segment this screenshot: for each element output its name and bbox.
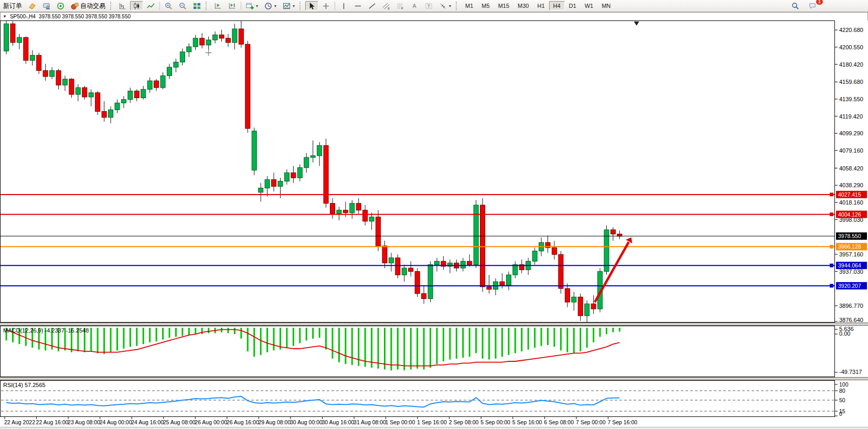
y-axis-label: 4159.680 (839, 79, 863, 85)
y-axis-label: 4139.550 (839, 96, 863, 102)
price-tag-label: 3920.207 (838, 283, 861, 289)
price-chart-pane[interactable]: 4220.6804200.5504180.4204159.6804139.550… (0, 20, 868, 323)
auto-scroll-icon (214, 2, 222, 10)
chart-quotes: 3978.550 3978.550 3978.550 3978.550 (39, 14, 131, 19)
chart-menu-icon[interactable]: ▼ (3, 14, 7, 19)
arrows-button[interactable]: ▾ (436, 1, 454, 10)
candle-body-up (284, 173, 289, 181)
period-button[interactable]: ▾ (262, 1, 279, 10)
crosshair-button[interactable] (319, 1, 333, 10)
vertical-line-icon (340, 2, 348, 10)
zoom-in-button[interactable] (162, 1, 175, 10)
x-axis-label: 1 Sep 00:00 (385, 419, 415, 425)
candle-body-down (24, 37, 28, 60)
zoom-out-button[interactable] (176, 1, 189, 10)
toolbar-separator (241, 2, 241, 10)
x-axis-label: 31 Aug 08:00 (353, 419, 386, 425)
candle (604, 226, 609, 275)
tile-windows-icon (193, 2, 201, 10)
channel-button[interactable]: E (380, 1, 393, 10)
tile-windows-button[interactable] (190, 1, 203, 10)
candle-body-down (291, 173, 296, 178)
tf-m5-button[interactable]: M5 (477, 1, 494, 10)
new-chart-button[interactable]: ▾ (243, 1, 261, 10)
auto-scroll-button[interactable] (211, 1, 224, 10)
candle (415, 268, 420, 297)
trendline-icon (368, 2, 376, 10)
candle-body-up (310, 156, 315, 157)
x-axis-label: 30 Aug 16:00 (322, 419, 355, 425)
equidistant-channel-icon: E (382, 2, 390, 10)
bar-chart-button[interactable] (116, 1, 129, 10)
time-axis-svg: 22 Aug 202222 Aug 16:0023 Aug 08:0024 Au… (0, 417, 868, 427)
text-label-button[interactable]: T (422, 1, 435, 10)
candle-body-down (382, 246, 387, 263)
candle-body-down (500, 282, 505, 285)
candle-body-up (532, 251, 537, 261)
candle-body-up (265, 179, 270, 188)
tf-m1-button[interactable]: M1 (461, 1, 477, 10)
y-axis-label: 3896.770 (839, 303, 863, 309)
candle-body-down (43, 71, 48, 77)
arrow-objects-icon (439, 2, 447, 10)
x-axis-label: 26 Aug 00:00 (195, 419, 227, 425)
candle-body-down (578, 297, 583, 316)
candlestick-chart-button[interactable] (130, 1, 143, 10)
candle-body-down (239, 29, 243, 44)
macd-label: MACD(12,26,9) -4.2337 -16.2548 (3, 327, 89, 334)
x-axis-label: 7 Sep 16:00 (607, 419, 637, 425)
candle-body-up (62, 79, 67, 85)
rsi-svg[interactable]: RSI(14) 57.25651008050150 (0, 380, 868, 417)
strategy-tester-button[interactable] (40, 1, 53, 10)
candle (559, 251, 563, 294)
candle (480, 198, 485, 292)
trading-terminal-window: 新订单 自动交易 (0, 0, 868, 429)
tf-h4-button[interactable]: H4 (549, 1, 565, 10)
candle (474, 200, 478, 268)
line-anchor (830, 264, 833, 267)
candle-body-down (245, 44, 250, 128)
macd-svg[interactable]: MACD(12,26,9) -4.2337 -16.25485.6360.00-… (0, 326, 868, 377)
text-button[interactable]: A (408, 1, 421, 10)
search-button[interactable] (789, 1, 802, 10)
candlestick-chart-icon (133, 2, 141, 10)
new-order-button[interactable]: 新订单 (1, 1, 25, 10)
candle (95, 91, 100, 115)
chart-window-title-bar[interactable]: ▼ SP500-,H4 3978.550 3978.550 3978.550 3… (0, 12, 868, 20)
chart-shift-button[interactable] (226, 1, 239, 10)
candle-body-up (187, 47, 191, 52)
market-watch-button[interactable] (26, 1, 39, 10)
search-icon (791, 2, 799, 10)
candle-body-up (585, 304, 590, 316)
time-axis[interactable]: 22 Aug 202222 Aug 16:0023 Aug 08:0024 Au… (0, 417, 868, 427)
tf-d1-button[interactable]: D1 (565, 1, 581, 10)
trendline-button[interactable] (366, 1, 379, 10)
horizontal-line-button[interactable] (351, 1, 365, 10)
tf-mn-button[interactable]: MN (597, 1, 615, 10)
tf-h1-button[interactable]: H1 (533, 1, 549, 10)
market-watch-icon (28, 2, 36, 10)
candle-body-down (272, 179, 276, 186)
candle-body-up (141, 89, 146, 98)
macd-pane[interactable]: MACD(12,26,9) -4.2337 -16.25485.6360.00-… (0, 326, 868, 377)
x-axis-label: 26 Aug 16:00 (227, 419, 259, 425)
candle-body-up (4, 24, 9, 51)
line-chart-button[interactable] (144, 1, 157, 10)
candle (252, 127, 256, 175)
candle-body-up (350, 203, 355, 213)
candle-body-down (376, 217, 381, 246)
cursor-button[interactable] (305, 1, 318, 10)
autotrade-button[interactable]: 自动交易 (68, 1, 108, 10)
template-button[interactable]: ▾ (280, 1, 297, 10)
candle (10, 21, 15, 46)
tf-m15-button[interactable]: M15 (494, 1, 513, 10)
y-axis-label: 3957.160 (839, 251, 863, 258)
vertical-line-button[interactable] (337, 1, 350, 10)
candle-body-up (109, 110, 113, 117)
tf-m30-button[interactable]: M30 (513, 1, 533, 10)
signals-button[interactable] (54, 1, 67, 10)
price-chart-svg[interactable]: 4220.6804200.5504180.4204159.6804139.550… (0, 20, 868, 323)
tf-w1-button[interactable]: W1 (581, 1, 598, 10)
rsi-pane[interactable]: RSI(14) 57.25651008050150 (0, 380, 868, 417)
fibonacci-button[interactable]: F (394, 1, 407, 10)
